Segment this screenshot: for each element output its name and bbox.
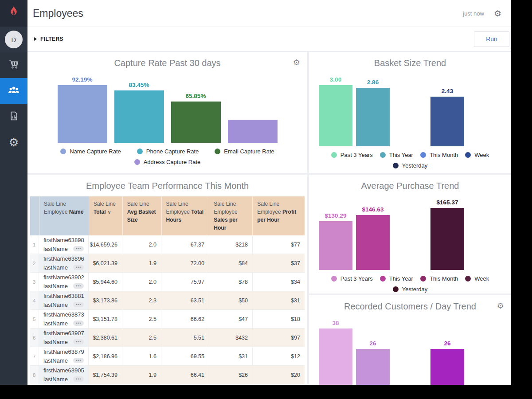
profit-per-hour-value: $18 bbox=[253, 310, 305, 328]
bar-Past 3 Years[interactable] bbox=[319, 221, 352, 270]
bar-recorded-customers-3[interactable] bbox=[430, 349, 464, 385]
sidebar-item-settings[interactable]: ⚙ bbox=[0, 129, 27, 155]
sales-per-hour-value: $84 bbox=[209, 254, 253, 272]
total-value: $2,186.96 bbox=[89, 347, 122, 365]
column-header[interactable]: Sale Line Total∨ bbox=[89, 196, 123, 235]
employee-last-name: lastName bbox=[43, 282, 68, 291]
bar-Email Capture Rate[interactable] bbox=[171, 102, 221, 143]
sort-chevron-icon[interactable]: ∨ bbox=[108, 209, 111, 215]
legend-item[interactable]: This Year bbox=[380, 275, 413, 282]
row-more-options-button[interactable]: ••• bbox=[73, 358, 84, 363]
legend-item[interactable]: Name Capture Rate bbox=[60, 148, 121, 155]
row-more-options-button[interactable]: ••• bbox=[73, 321, 84, 326]
bar-Address Capture Rate[interactable] bbox=[228, 120, 278, 143]
legend-dot-icon bbox=[134, 159, 140, 165]
row-more-options-button[interactable]: ••• bbox=[73, 265, 84, 270]
bar-recorded-customers-1[interactable] bbox=[356, 349, 390, 385]
employee-name-cell: firstName63898lastName••• bbox=[39, 235, 89, 254]
bar-slot: 26 bbox=[354, 316, 391, 385]
row-number: 3 bbox=[30, 273, 39, 291]
legend-item[interactable]: This Month bbox=[420, 275, 458, 282]
legend-item[interactable]: Past 3 Years bbox=[331, 152, 373, 158]
legend-item[interactable]: This Month bbox=[420, 152, 458, 158]
filters-expand-caret-icon[interactable] bbox=[34, 37, 37, 41]
legend-label: This Month bbox=[430, 275, 458, 282]
chart-settings-gear-icon[interactable]: ⚙ bbox=[497, 302, 504, 310]
legend-label: Yesterday bbox=[402, 286, 427, 293]
row-more-options-button[interactable]: ••• bbox=[73, 302, 84, 307]
legend-item[interactable]: Week bbox=[465, 275, 489, 282]
capture-rate-chart: 92.19%83.45%65.85%Name Capture RatePhone… bbox=[27, 73, 307, 165]
plot-area: 3.002.862.43 bbox=[309, 73, 511, 146]
table-row: 3firstName63902lastName•••$5,944.602.075… bbox=[30, 273, 305, 291]
column-header-measure: Avg Basket Size bbox=[127, 209, 156, 223]
row-number: 6 bbox=[30, 329, 39, 347]
row-more-options-button[interactable]: ••• bbox=[73, 246, 84, 251]
total-hours-value: 72.00 bbox=[161, 254, 209, 272]
dashboard-content: Capture Rate Past 30 days ⚙ 92.19%83.45%… bbox=[27, 51, 511, 385]
column-header-prefix: Sale Line bbox=[127, 201, 149, 207]
column-header[interactable]: Sale Line Employee Name bbox=[39, 196, 89, 235]
sidebar-item-reports[interactable] bbox=[0, 104, 27, 129]
bar-This Year[interactable] bbox=[356, 215, 390, 270]
bar-value-label: $165.37 bbox=[437, 199, 458, 206]
bar-Week[interactable] bbox=[430, 208, 464, 270]
chart-settings-gear-icon[interactable]: ⚙ bbox=[293, 59, 300, 66]
employee-last-name-line: lastName••• bbox=[43, 356, 84, 365]
bar-Phone Capture Rate[interactable] bbox=[114, 90, 164, 143]
legend-item[interactable]: Yesterday bbox=[393, 286, 427, 293]
legend-dot-icon bbox=[60, 149, 66, 154]
legend-item[interactable]: Week bbox=[465, 152, 489, 158]
avatar[interactable]: D bbox=[5, 31, 23, 48]
row-more-options-button[interactable]: ••• bbox=[73, 283, 84, 289]
legend-item[interactable]: Past 3 Years bbox=[331, 275, 373, 282]
sidebar: D bbox=[0, 0, 27, 385]
avatar-letter: D bbox=[12, 36, 16, 43]
sales-per-hour-value: $78 bbox=[209, 273, 253, 291]
recorded-customers-chart: 382626 bbox=[309, 316, 511, 385]
column-header[interactable]: Sale Line Employee Sales per Hour bbox=[209, 196, 253, 235]
filters-label[interactable]: FILTERS bbox=[40, 36, 63, 42]
bar-Week[interactable] bbox=[430, 97, 464, 146]
employee-first-name: firstName63905 bbox=[43, 366, 84, 375]
legend-item[interactable]: Address Capture Rate bbox=[134, 159, 201, 165]
bar-This Year[interactable] bbox=[356, 88, 390, 146]
sales-per-hour-value: $25 bbox=[209, 384, 253, 385]
legend-dot-icon bbox=[420, 276, 426, 282]
employee-last-name: lastName bbox=[43, 356, 68, 365]
column-header[interactable]: Sale Line Employee Profit per Hour bbox=[253, 196, 305, 235]
people-icon bbox=[7, 83, 20, 98]
plot-area: 92.19%83.45%65.85% bbox=[27, 73, 307, 143]
page-settings-gear-icon[interactable]: ⚙ bbox=[494, 9, 501, 18]
employee-last-name-line: lastName••• bbox=[43, 301, 84, 309]
legend-dot-icon bbox=[137, 149, 143, 154]
column-header[interactable]: Sale Line Employee Total Hours bbox=[162, 196, 210, 235]
sidebar-item-employees[interactable] bbox=[0, 78, 27, 104]
sidebar-item-sales[interactable] bbox=[0, 52, 27, 78]
left-column: Capture Rate Past 30 days ⚙ 92.19%83.45%… bbox=[27, 52, 307, 385]
sales-per-hour-value: $47 bbox=[209, 310, 253, 328]
bar-recorded-customers-0[interactable] bbox=[319, 329, 352, 385]
bar-Past 3 Years[interactable] bbox=[319, 85, 352, 146]
bar-value-label: $146.63 bbox=[362, 206, 384, 213]
bar-slot bbox=[466, 316, 503, 385]
employee-name-cell: firstName63907lastName••• bbox=[39, 329, 89, 347]
row-more-options-button[interactable]: ••• bbox=[73, 339, 84, 344]
table-row: 8firstName63905lastName•••$1,754.391.966… bbox=[30, 366, 305, 384]
column-header-measure: Sales per Hour bbox=[214, 217, 237, 231]
row-more-options-button[interactable]: ••• bbox=[73, 376, 84, 382]
legend-item[interactable]: Yesterday bbox=[393, 162, 427, 169]
user-avatar-block[interactable]: D bbox=[0, 27, 27, 52]
logo-block[interactable] bbox=[0, 0, 27, 27]
run-button[interactable]: Run bbox=[474, 31, 509, 47]
bar-Name Capture Rate[interactable] bbox=[58, 85, 107, 143]
bar-slot: 26 bbox=[429, 316, 466, 385]
column-header[interactable]: Sale Line Avg Basket Size bbox=[123, 196, 162, 235]
legend-item[interactable]: Email Capture Rate bbox=[215, 148, 274, 155]
legend-item[interactable]: This Year bbox=[380, 152, 413, 158]
total-hours-value: 63.51 bbox=[161, 291, 209, 309]
legend-item[interactable]: Phone Capture Rate bbox=[137, 148, 199, 155]
gear-icon: ⚙ bbox=[8, 137, 19, 148]
employee-name-cell: firstName63902lastName••• bbox=[39, 273, 89, 291]
bar-slot: $165.37 bbox=[429, 196, 466, 270]
